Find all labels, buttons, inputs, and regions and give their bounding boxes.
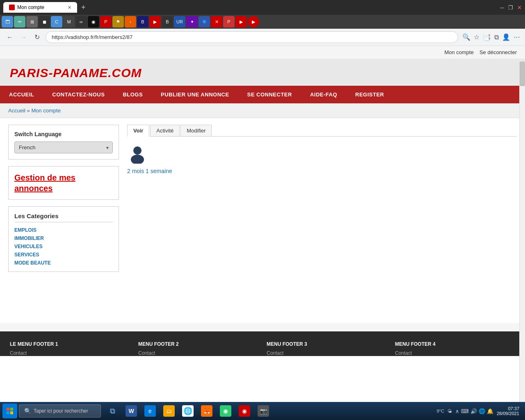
bm-icon-6[interactable]: M: [63, 16, 75, 27]
toolbar-icons: 🔍 ☆ 📑 ⧉ 👤 ⋯: [462, 33, 520, 41]
bm-icon-4[interactable]: ◼: [39, 16, 50, 27]
breadcrumb-separator: »: [27, 107, 32, 114]
tab-activite[interactable]: Activité: [150, 125, 180, 136]
category-immobilier[interactable]: IMMOBILIER: [14, 235, 44, 241]
bm-icon-2[interactable]: ✏: [14, 16, 25, 27]
nav-blogs[interactable]: BLOGS: [114, 86, 152, 103]
bm-icon-11[interactable]: ›: [125, 16, 136, 27]
page-wrapper: Mon compte Se déconnecter PARIS-PANAME.C…: [0, 46, 525, 356]
svg-point-1: [131, 155, 144, 164]
se-deconnecter-link[interactable]: Se déconnecter: [479, 49, 517, 55]
footer-col-3: MENU FOOTER 3 Contact: [267, 341, 387, 356]
footer-col-1: LE MENU FOOTER 1 Contact: [10, 341, 130, 356]
search-icon[interactable]: 🔍: [462, 33, 470, 41]
bm-icon-21[interactable]: ▶: [248, 16, 259, 27]
footer-col-4-link[interactable]: Contact: [395, 350, 515, 356]
svg-point-0: [133, 146, 142, 155]
profile-tabs: Voir Activité Modifier: [127, 125, 517, 137]
category-emplois[interactable]: EMPLOIS: [14, 227, 37, 233]
tab-favicon: [9, 5, 15, 10]
main-layout: Switch Language French English Español ▼…: [0, 118, 525, 323]
footer-col-1-link[interactable]: Contact: [10, 350, 130, 356]
profile-icon[interactable]: 👤: [502, 33, 510, 41]
nav-se-connecter[interactable]: SE CONNECTER: [238, 86, 301, 103]
bm-icon-9[interactable]: P: [100, 16, 112, 27]
tab-groups-icon[interactable]: ⧉: [494, 34, 499, 41]
tab-title: Mon compte: [17, 5, 44, 10]
forward-button[interactable]: →: [19, 32, 29, 43]
bm-icon-15[interactable]: UR: [174, 16, 185, 27]
nav-publier[interactable]: PUBLIER UNE ANNONCE: [152, 86, 238, 103]
switch-language-title: Switch Language: [14, 131, 113, 137]
reload-button[interactable]: ↻: [33, 32, 41, 43]
bm-icon-8[interactable]: ◉: [88, 16, 99, 27]
breadcrumb-current[interactable]: Mon compte: [31, 107, 61, 114]
minimize-icon[interactable]: ─: [500, 5, 504, 11]
bookmarks-bar: 🗔 ✏ ⊞ ◼ C M ∞ ◉ P ⚑ › B ▶ B UR ✦ 🔷 ✕ P ▶…: [0, 15, 525, 29]
bm-icon-13[interactable]: ▶: [149, 16, 161, 27]
mon-compte-link[interactable]: Mon compte: [444, 49, 474, 55]
breadcrumb-home[interactable]: Accueil: [8, 107, 25, 114]
category-vehicules[interactable]: VEHICULES: [14, 244, 43, 249]
footer-col-3-link[interactable]: Contact: [267, 350, 387, 356]
site-header: PARIS-PANAME.COM: [0, 59, 525, 86]
top-bar: Mon compte Se déconnecter: [0, 46, 525, 59]
footer-col-4: MENU FOOTER 4 Contact: [395, 341, 515, 356]
new-tab-button[interactable]: +: [79, 3, 88, 12]
language-select-wrapper: French English Español ▼: [14, 142, 113, 153]
main-nav: ACCUEIL CONTACTEZ-NOUS BLOGS PUBLIER UNE…: [0, 86, 525, 103]
categories-box: Les Categories EMPLOIS IMMOBILIER VEHICU…: [8, 206, 119, 272]
nav-aide-faq[interactable]: AIDE-FAQ: [301, 86, 346, 103]
gestion-box: Gestion de mes annonces: [8, 166, 119, 200]
list-item: MODE BEAUTE: [14, 259, 113, 266]
member-since: 2 mois 1 semaine: [127, 168, 517, 174]
list-item: EMPLOIS: [14, 226, 113, 233]
site-footer: LE MENU FOOTER 1 Contact MENU FOOTER 2 C…: [0, 331, 525, 356]
categories-title: Les Categories: [14, 212, 113, 222]
footer-grid: LE MENU FOOTER 1 Contact MENU FOOTER 2 C…: [10, 341, 515, 356]
categories-list: EMPLOIS IMMOBILIER VEHICULES SERVICES MO…: [14, 226, 113, 266]
content-area: Accueil » Mon compte Switch Language Fre…: [0, 103, 525, 323]
bm-icon-12[interactable]: B: [137, 16, 148, 27]
window-controls: ─ ❐ ✕: [500, 5, 522, 11]
bookmark-icon[interactable]: 📑: [483, 33, 491, 41]
nav-contactez-nous[interactable]: CONTACTEZ-NOUS: [43, 86, 114, 103]
footer-col-2-title: MENU FOOTER 2: [138, 341, 258, 347]
back-button[interactable]: ←: [5, 32, 15, 43]
language-select[interactable]: French English Español: [14, 142, 113, 153]
category-services[interactable]: SERVICES: [14, 252, 39, 258]
scrollbar[interactable]: [519, 62, 525, 356]
close-icon[interactable]: ✕: [517, 5, 522, 11]
bm-icon-10[interactable]: ⚑: [112, 16, 124, 27]
footer-col-2-link[interactable]: Contact: [138, 350, 258, 356]
star-icon[interactable]: ☆: [474, 33, 479, 41]
tab-close-icon[interactable]: ✕: [68, 5, 71, 10]
nav-accueil[interactable]: ACCUEIL: [0, 86, 43, 103]
tab-voir[interactable]: Voir: [127, 125, 149, 137]
bm-icon-17[interactable]: 🔷: [199, 16, 210, 27]
restore-icon[interactable]: ❐: [508, 5, 513, 11]
list-item: IMMOBILIER: [14, 235, 113, 241]
bm-icon-20[interactable]: ▶: [235, 16, 247, 27]
bm-icon-16[interactable]: ✦: [186, 16, 198, 27]
site-logo[interactable]: PARIS-PANAME.COM: [10, 66, 515, 80]
bm-icon-14[interactable]: B: [162, 16, 173, 27]
bm-icon-5[interactable]: C: [51, 16, 62, 27]
bm-icon-19[interactable]: P: [223, 16, 235, 27]
bm-icon-18[interactable]: ✕: [211, 16, 222, 27]
address-input[interactable]: [46, 31, 458, 43]
switch-language-box: Switch Language French English Español ▼: [8, 125, 119, 160]
nav-register[interactable]: REGISTER: [346, 86, 393, 103]
browser-titlebar: Mon compte ✕ + ─ ❐ ✕: [0, 0, 525, 15]
tab-modifier[interactable]: Modifier: [180, 125, 212, 136]
list-item: VEHICULES: [14, 243, 113, 249]
bm-icon-7[interactable]: ∞: [75, 16, 87, 27]
scroll-thumb[interactable]: [520, 62, 525, 86]
footer-col-2: MENU FOOTER 2 Contact: [138, 341, 258, 356]
menu-icon[interactable]: ⋯: [514, 33, 520, 41]
category-mode-beaute[interactable]: MODE BEAUTE: [14, 260, 51, 266]
gestion-link[interactable]: Gestion de mes annonces: [14, 172, 113, 194]
bm-icon-1[interactable]: 🗔: [2, 16, 13, 27]
browser-tab[interactable]: Mon compte ✕: [3, 2, 77, 13]
bm-icon-3[interactable]: ⊞: [26, 16, 38, 27]
